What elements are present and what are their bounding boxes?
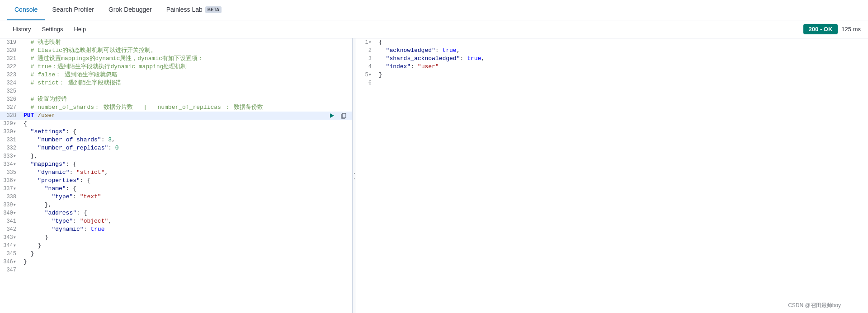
- line-number: 342: [0, 225, 22, 234]
- top-navigation: Console Search Profiler Grok Debugger Pa…: [0, 0, 868, 20]
- line-number: 340▾: [0, 209, 22, 217]
- line-number: 347: [0, 266, 22, 274]
- editor-line: 335 "dynamic": "strict",: [0, 168, 352, 177]
- editor-line: 330▾ "settings": {: [0, 128, 352, 136]
- tab-grok-debugger[interactable]: Grok Debugger: [101, 0, 159, 20]
- run-button[interactable]: [327, 111, 337, 121]
- line-number: 5▾: [355, 71, 377, 79]
- svg-marker-0: [330, 113, 334, 118]
- line-content: "number_of_replicas": 0: [22, 144, 352, 152]
- line-number: 329▾: [0, 120, 22, 128]
- line-content: "index": "user": [377, 63, 868, 71]
- editor-line: 4 "index": "user": [355, 63, 868, 71]
- line-content: "type": "text": [22, 193, 352, 201]
- code-editor[interactable]: 319 # 动态映射320 # Elastic的动态映射机制可以进行开关控制。3…: [0, 38, 352, 313]
- line-number: 344▾: [0, 242, 22, 250]
- status-code-badge: 200 - OK: [803, 24, 838, 34]
- line-content: "type": "object",: [22, 217, 352, 225]
- editor-line: 1▾{: [355, 38, 868, 47]
- editor-line: 338 "type": "text": [0, 193, 352, 201]
- copy-as-curl-button[interactable]: [339, 111, 349, 121]
- line-number: 327: [0, 103, 22, 112]
- line-number: 4: [355, 63, 377, 71]
- line-number: 2: [355, 47, 377, 55]
- line-number: 335: [0, 168, 22, 177]
- editor-line: 323 # false： 遇到陌生字段就忽略: [0, 71, 352, 79]
- help-nav-item[interactable]: Help: [68, 22, 91, 36]
- line-number: 321: [0, 55, 22, 63]
- line-number: 324: [0, 79, 22, 87]
- editor-line: 346▾}: [0, 258, 352, 266]
- status-time: 125 ms: [841, 26, 861, 33]
- line-number: 330▾: [0, 128, 22, 136]
- settings-nav-item[interactable]: Settings: [36, 22, 68, 36]
- line-content: # number_of_shards： 数据分片数 | number_of_re…: [22, 103, 352, 112]
- line-content: # false： 遇到陌生字段就忽略: [22, 71, 352, 79]
- line-number: 334▾: [0, 160, 22, 168]
- line-number: 345: [0, 250, 22, 258]
- tab-search-profiler[interactable]: Search Profiler: [45, 0, 101, 20]
- editor-line: 325: [0, 87, 352, 95]
- editor-line: 324 # strict： 遇到陌生字段就报错: [0, 79, 352, 87]
- editor-line: 5▾}: [355, 71, 868, 79]
- editor-line: 329▾{: [0, 120, 352, 128]
- line-number: 341: [0, 217, 22, 225]
- response-editor: 1▾{2 "acknowledged": true,3 "shards_ackn…: [355, 38, 868, 313]
- line-number: 322: [0, 63, 22, 71]
- line-number: 326: [0, 95, 22, 103]
- editor-line: 341 "type": "object",: [0, 217, 352, 225]
- editor-line: 339▾ },: [0, 201, 352, 209]
- line-number: 323: [0, 71, 22, 79]
- line-number: 1▾: [355, 38, 377, 47]
- line-content: }: [22, 258, 352, 266]
- editor-line: 340▾ "address": {: [0, 209, 352, 217]
- editor-line: 345 }: [0, 250, 352, 258]
- editor-line: 347: [0, 266, 352, 274]
- editor-line: 322 # true：遇到陌生字段就执行dynamic mapping处理机制: [0, 63, 352, 71]
- line-content: # 通过设置mappings的dynamic属性，dynamic有如下设置项：: [22, 55, 352, 63]
- line-content: }: [22, 242, 352, 250]
- line-content: "properties": {: [22, 177, 352, 185]
- editor-line: 343▾ }: [0, 234, 352, 242]
- line-number: 332: [0, 144, 22, 152]
- line-content: PUT /user: [22, 112, 352, 120]
- line-number: 346▾: [0, 258, 22, 266]
- line-content: }: [22, 250, 352, 258]
- line-content: "name": {: [22, 185, 352, 193]
- line-content: "shards_acknowledged": true,: [377, 55, 868, 63]
- editor-line: 331 "number_of_shards": 3,: [0, 136, 352, 144]
- line-number: 325: [0, 87, 22, 95]
- left-editor-panel: 319 # 动态映射320 # Elastic的动态映射机制可以进行开关控制。3…: [0, 38, 353, 313]
- line-content: }: [22, 234, 352, 242]
- history-nav-item[interactable]: History: [7, 22, 36, 36]
- line-content: # 动态映射: [22, 38, 352, 47]
- line-content: "dynamic": "strict",: [22, 168, 352, 177]
- line-content: "settings": {: [22, 128, 352, 136]
- line-content: # true：遇到陌生字段就执行dynamic mapping处理机制: [22, 63, 352, 71]
- line-number: 3: [355, 55, 377, 63]
- editor-line: 327 # number_of_shards： 数据分片数 | number_o…: [0, 103, 352, 112]
- line-number: 6: [355, 79, 377, 87]
- tab-painless-lab[interactable]: Painless Lab BETA: [159, 0, 229, 20]
- editor-line: 2 "acknowledged": true,: [355, 47, 868, 55]
- editor-line: 328PUT /user: [0, 112, 352, 120]
- tab-painless-lab-label: Painless Lab: [166, 6, 203, 13]
- line-number: 337▾: [0, 185, 22, 193]
- editor-line: 336▾ "properties": {: [0, 177, 352, 185]
- status-area: 200 - OK 125 ms: [803, 24, 861, 34]
- line-content: "acknowledged": true,: [377, 47, 868, 55]
- editor-line: 6: [355, 79, 868, 87]
- editor-line: 333▾ },: [0, 152, 352, 160]
- right-response-panel: 1▾{2 "acknowledged": true,3 "shards_ackn…: [355, 38, 868, 313]
- editor-line: 342 "dynamic": true: [0, 225, 352, 234]
- editor-line: 321 # 通过设置mappings的dynamic属性，dynamic有如下设…: [0, 55, 352, 63]
- editor-line: 332 "number_of_replicas": 0: [0, 144, 352, 152]
- editor-line: 326 # 设置为报错: [0, 95, 352, 103]
- tab-console[interactable]: Console: [7, 0, 45, 20]
- line-content: # 设置为报错: [22, 95, 352, 103]
- beta-badge: BETA: [205, 6, 222, 13]
- editor-line: 319 # 动态映射: [0, 38, 352, 47]
- secondary-navigation: History Settings Help 200 - OK 125 ms: [0, 20, 868, 38]
- line-number: 331: [0, 136, 22, 144]
- line-number: 339▾: [0, 201, 22, 209]
